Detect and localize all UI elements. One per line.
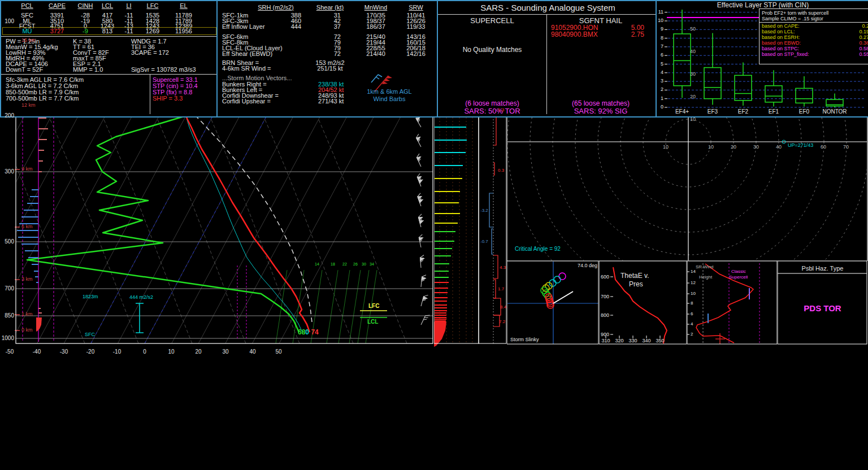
stp-y-label: 5 (657, 62, 663, 67)
stp-legend: Prob EF2+ torn with supercell Sample CLI… (759, 8, 868, 64)
hodo-x-tick-label: 10 (706, 145, 715, 150)
hazard-title: Psbl Haz. Type (778, 266, 867, 272)
thermo-stat: 3CAPE = 172 (131, 50, 169, 56)
temperature-tick-label: -20 (82, 349, 99, 355)
sfc-label: SFC (85, 332, 95, 337)
stp-y-label: 7 (657, 44, 663, 49)
composite-index: SHIP = 3.3 (153, 95, 183, 102)
stp-legend-item: 0.2based on CAPE: (762, 23, 868, 29)
hodo-x-tick-label: 40 (774, 145, 783, 150)
thermo-indices-panel: PCLCAPECINHLCLLILFCELSFC3391-28417-11153… (0, 0, 220, 118)
hodo-y-tick-label: 20 (690, 94, 696, 99)
srwind-y-label: 14 (691, 269, 696, 274)
temperature-tick-label: -10 (108, 349, 125, 355)
stp-legend-item: 0.58based on STPC: (762, 46, 868, 51)
sars-hail-loose: (65 loose matches) (547, 100, 654, 107)
wind-barb (416, 154, 425, 167)
temperature-tick-label: 0 (136, 349, 153, 355)
sars-tor-loose: (6 loose matches) (438, 100, 546, 107)
stp-box (735, 75, 752, 100)
surface-values: 680 74 (298, 329, 319, 336)
srwind-label-1: SR Wind (696, 265, 714, 269)
stp-category-label: EF3 (697, 109, 728, 115)
storm-motion-value: 271/43 kt (318, 98, 344, 105)
thetae-x-label: 350 (654, 338, 666, 343)
srwind-y-label: 6 (691, 312, 693, 316)
pcl-cell: 11956 (164, 28, 203, 34)
temperature-tick-label: 10 (163, 349, 180, 355)
sars-panel: SARS - Sounding Analogue System SUPERCEL… (437, 0, 659, 118)
thetae-x-label: 340 (641, 338, 652, 343)
stp-legend-item: 0.19based on LCL: (762, 29, 868, 34)
shear-value: 37 (313, 24, 341, 30)
thetae-y-label: 700 (600, 294, 609, 299)
stp-category-label: EF2 (728, 109, 758, 115)
wind-speed-surface-blob (434, 322, 446, 347)
stp-y-label: 8 (657, 36, 663, 41)
stp-y-label: 9 (657, 27, 663, 32)
advection-value: 8.4 (500, 305, 506, 310)
mixing-ratio-label: 34 (370, 262, 374, 266)
stp-legend-title-1: Prob EF2+ torn with supercell (762, 10, 868, 16)
stp-category-label: NONTOR (819, 109, 850, 115)
sars-hail-prob: SARS: 92% SIG (547, 107, 654, 115)
thermo-stat: MMP = 1.0 (73, 67, 103, 73)
mixing-ratio-line (338, 270, 350, 343)
wind-barb (421, 294, 428, 307)
stp-legend-item: 0.27based on ESRH: (762, 34, 868, 40)
srwind-y-label: 8 (691, 301, 693, 306)
km-height-label: 1 km (21, 312, 33, 317)
slinky-circle (554, 276, 561, 283)
hodo-x-tick-label: 70 (841, 145, 850, 150)
stp-box (704, 68, 721, 99)
hodo-y-tick-label: 50 (690, 27, 696, 32)
kinematics-row-label: Eff Shear (EBWD) (222, 51, 272, 57)
stp-y-label: 2 (657, 87, 663, 92)
stp-y-label: 11 (657, 10, 663, 15)
srw-value: 142/16 (400, 51, 432, 57)
sars-no-matches: No Quality Matches (438, 46, 546, 53)
stp-y-label: 3 (657, 79, 663, 84)
advection-value: 0.3 (498, 168, 504, 173)
stp-box (674, 34, 691, 86)
wind-barb (421, 314, 430, 327)
srwind-y-label: 4 (691, 322, 693, 327)
mnwind-value: 214/40 (358, 51, 394, 57)
hazard-inset[interactable] (778, 261, 867, 345)
sfc-dewpoint: 68 (298, 328, 305, 336)
pressure-tick-label: 850 (1, 313, 14, 319)
stp-box (796, 88, 813, 103)
kinematics-header: SRW (400, 5, 432, 11)
wind-barb (421, 275, 426, 288)
km-height-label: 6 km (21, 224, 33, 229)
temperature-tick-label: 30 (217, 349, 234, 355)
mixing-ratio-label: 18 (331, 262, 335, 266)
corfidi-up-label: UP=271/43 (788, 143, 813, 148)
mixing-ratio-line (349, 270, 361, 343)
mixing-ratio-label: 30 (362, 262, 366, 266)
wind-barb (420, 255, 425, 268)
advection-value: 1.3 (498, 108, 504, 112)
sfc-wetbulb: 0 (305, 328, 309, 336)
storm-slinky-inset[interactable] (507, 261, 599, 345)
classic-supercell-annot-1: Classic (731, 269, 746, 274)
barb-caption-line2: Wind Barbs (355, 96, 423, 102)
advection-value: -0.7 (480, 240, 488, 244)
kinematics-header: SRH (m2/s2) (250, 5, 301, 11)
classic-supercell-annot-2: Supercell (729, 275, 748, 280)
sars-match-size: 2.75 (622, 31, 644, 38)
stp-boxplot-panel: Effective Layer STP (with CIN) Prob EF2+… (656, 0, 868, 118)
hodo-y-tick-label: 30 (690, 72, 696, 77)
slinky-circle (559, 273, 566, 280)
hodo-y-tick-label: 10 (690, 117, 696, 122)
srwind46-label: 4-6km SR Wind = (222, 66, 271, 72)
advection-bracket (493, 280, 496, 298)
shear-value: 72 (313, 51, 341, 57)
pressure-tick-label: 1000 (1, 336, 14, 341)
sfc-temperature: 74 (311, 328, 318, 336)
stp-y-label: 6 (657, 53, 663, 58)
stp-legend-item: 0.55based on STP_fixed: (762, 51, 868, 57)
hodo-x-tick-label: 10 (661, 145, 670, 150)
km-height-label: 0 km (21, 328, 33, 333)
temperature-tick-label: -40 (28, 349, 45, 355)
